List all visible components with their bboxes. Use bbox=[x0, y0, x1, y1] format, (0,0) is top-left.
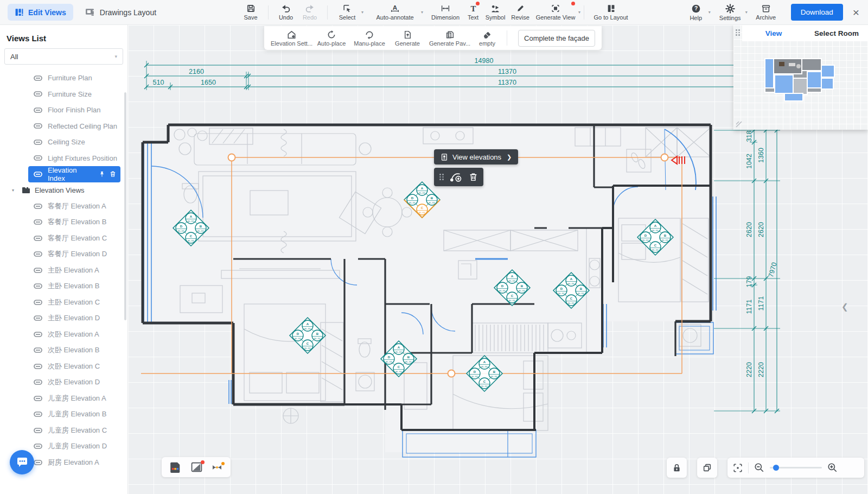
close-icon[interactable]: × bbox=[853, 6, 859, 19]
tools-icon[interactable] bbox=[212, 463, 223, 472]
svg-text:EL-XX: EL-XX bbox=[568, 302, 575, 305]
legend-doc-icon[interactable] bbox=[169, 462, 181, 473]
chevron-down-icon[interactable]: ▾ bbox=[361, 10, 363, 15]
chevron-down-icon[interactable]: ▾ bbox=[578, 10, 580, 15]
sidebar-view-item[interactable]: 次卧 Elevation C bbox=[28, 358, 120, 375]
sidebar-view-item[interactable]: 次卧 Elevation A bbox=[28, 326, 120, 343]
sidebar-view-item[interactable]: Ceiling Size bbox=[28, 134, 120, 150]
marker-mini-toolbar[interactable] bbox=[434, 168, 483, 186]
selection-handle[interactable] bbox=[228, 154, 235, 161]
sidebar-view-item[interactable]: 厨房 Elevation B bbox=[28, 471, 120, 472]
manu-place-button[interactable]: Manu-place bbox=[350, 30, 388, 47]
sidebar-view-item[interactable]: 主卧 Elevation D bbox=[28, 311, 120, 327]
sidebar-view-item[interactable]: 主卧 Elevation A bbox=[28, 262, 120, 278]
revise-button[interactable]: Revise bbox=[508, 1, 533, 24]
tab-drawings-layout[interactable]: Drawings Layout bbox=[85, 8, 156, 17]
generate-pav-button[interactable]: Generate Pav... bbox=[426, 30, 473, 47]
panel-resize-handle[interactable] bbox=[735, 121, 743, 128]
symbol-tool-button[interactable]: Symbol bbox=[483, 1, 508, 24]
floorplan-thumbnail[interactable] bbox=[753, 54, 840, 106]
auto-place-button[interactable]: Auto-place bbox=[312, 30, 350, 47]
svg-text:EL-XX: EL-XX bbox=[429, 201, 435, 204]
sidebar-item-label: 次卧 Elevation B bbox=[48, 345, 99, 355]
chevron-down-icon[interactable]: ▾ bbox=[745, 10, 748, 15]
settings-button[interactable]: Settings ▾ bbox=[715, 1, 745, 24]
save-button[interactable]: Save bbox=[239, 1, 263, 24]
pin-icon[interactable] bbox=[99, 171, 105, 178]
zoom-slider[interactable] bbox=[770, 467, 822, 468]
auto-annotate-button[interactable]: A Auto-annotate ▾ bbox=[369, 1, 421, 24]
view-link-icon bbox=[34, 235, 42, 242]
collapse-panel-chevron[interactable]: ❮ bbox=[841, 302, 848, 312]
sidebar-view-item-selected[interactable]: Elevation Index bbox=[28, 166, 120, 182]
text-tool-button[interactable]: T Text bbox=[463, 1, 483, 24]
sidebar-folder-elevation-views[interactable]: ▾Elevation Views bbox=[12, 182, 127, 199]
dimension-button[interactable]: Dimension bbox=[427, 1, 463, 24]
svg-text:B: B bbox=[316, 332, 319, 335]
sidebar-view-item[interactable]: Light Fixtures Position bbox=[28, 150, 120, 167]
sidebar-scrollbar[interactable] bbox=[124, 92, 126, 320]
sidebar-view-item[interactable]: 主卧 Elevation B bbox=[28, 278, 120, 295]
panel-drag-handle-icon[interactable] bbox=[736, 29, 740, 36]
go-to-layout-button[interactable]: Go to Layout bbox=[590, 1, 632, 24]
sidebar-view-item[interactable]: Reflected Ceiling Plan bbox=[28, 118, 120, 135]
add-node-icon[interactable] bbox=[450, 172, 462, 182]
complete-facade-button[interactable]: Complete the façade bbox=[518, 30, 595, 47]
fit-view-icon[interactable] bbox=[733, 463, 743, 473]
view-link-icon bbox=[34, 443, 42, 449]
download-button[interactable]: Download bbox=[791, 4, 843, 21]
view-elevations-tooltip[interactable]: View elevations ❯ bbox=[434, 149, 518, 164]
chat-bubble-icon bbox=[16, 457, 28, 468]
undo-button[interactable]: Undo bbox=[274, 1, 298, 24]
sidebar-view-item[interactable]: 客餐厅 Elevation A bbox=[28, 198, 120, 214]
generate-button[interactable]: Generate bbox=[388, 30, 426, 47]
tab-select-room[interactable]: Select Room bbox=[805, 25, 868, 41]
zoom-out-icon[interactable] bbox=[754, 463, 764, 473]
image-layer-icon[interactable] bbox=[191, 462, 202, 472]
generate-view-icon bbox=[551, 4, 560, 13]
views-filter-dropdown[interactable]: All ▾ bbox=[4, 48, 123, 65]
redo-button[interactable]: Redo bbox=[298, 1, 322, 24]
sidebar-view-item[interactable]: 客餐厅 Elevation B bbox=[28, 214, 120, 231]
svg-text:1650: 1650 bbox=[201, 79, 216, 86]
elevation-settings-button[interactable]: Elevation Sett... bbox=[271, 30, 312, 47]
tab-view[interactable]: View bbox=[742, 25, 805, 41]
chevron-down-icon[interactable]: ▾ bbox=[709, 10, 711, 15]
generate-view-button[interactable]: Generate View ▾ bbox=[533, 1, 578, 24]
sidebar-view-item[interactable]: 儿童房 Elevation B bbox=[28, 407, 120, 423]
symbol-icon bbox=[490, 4, 500, 13]
archive-button[interactable]: Archive bbox=[752, 1, 780, 24]
select-tool-button[interactable]: Select ▾ bbox=[333, 1, 361, 24]
svg-text:EL-XX: EL-XX bbox=[578, 292, 584, 295]
svg-text:D: D bbox=[388, 356, 391, 359]
duplicate-button[interactable] bbox=[697, 458, 717, 478]
sidebar-view-item[interactable]: 客餐厅 Elevation D bbox=[28, 246, 120, 263]
lock-button[interactable] bbox=[667, 458, 687, 478]
sidebar-view-item[interactable]: 客餐厅 Elevation C bbox=[28, 230, 120, 246]
sidebar-view-item[interactable]: 儿童房 Elevation C bbox=[28, 422, 120, 439]
zoom-slider-knob[interactable] bbox=[773, 465, 779, 471]
sidebar-item-label: 主卧 Elevation C bbox=[48, 297, 100, 307]
trash-icon[interactable] bbox=[469, 172, 478, 182]
sidebar-view-item[interactable]: 次卧 Elevation B bbox=[28, 343, 120, 359]
sidebar-view-item[interactable]: Floor Finish Plan bbox=[28, 102, 120, 118]
sidebar-view-item[interactable]: 次卧 Elevation D bbox=[28, 375, 120, 391]
selection-handle[interactable] bbox=[448, 370, 455, 377]
sidebar-view-item[interactable]: Furniture Size bbox=[28, 86, 120, 103]
collapse-caret-icon[interactable]: ▾ bbox=[12, 188, 17, 193]
chat-support-button[interactable] bbox=[10, 450, 34, 474]
sidebar-view-item[interactable]: Furniture Plan bbox=[28, 70, 120, 86]
svg-text:EL-XX: EL-XX bbox=[568, 282, 575, 285]
sidebar-view-item[interactable]: 儿童房 Elevation A bbox=[28, 390, 120, 407]
selection-handle[interactable] bbox=[661, 154, 668, 161]
sidebar-view-item[interactable]: 厨房 Elevation A bbox=[28, 454, 120, 471]
chevron-down-icon[interactable]: ▾ bbox=[421, 10, 423, 15]
trash-icon[interactable] bbox=[110, 170, 116, 178]
sidebar-view-item[interactable]: 主卧 Elevation C bbox=[28, 294, 120, 311]
help-button[interactable]: ? Help ▾ bbox=[684, 1, 709, 24]
sidebar-view-item[interactable]: 儿童房 Elevation D bbox=[28, 439, 120, 455]
tab-edit-views[interactable]: Edit Views bbox=[8, 4, 73, 21]
zoom-in-icon[interactable] bbox=[827, 463, 838, 473]
empty-eraser-button[interactable]: empty bbox=[473, 30, 501, 47]
drag-handle-icon[interactable] bbox=[439, 174, 444, 180]
